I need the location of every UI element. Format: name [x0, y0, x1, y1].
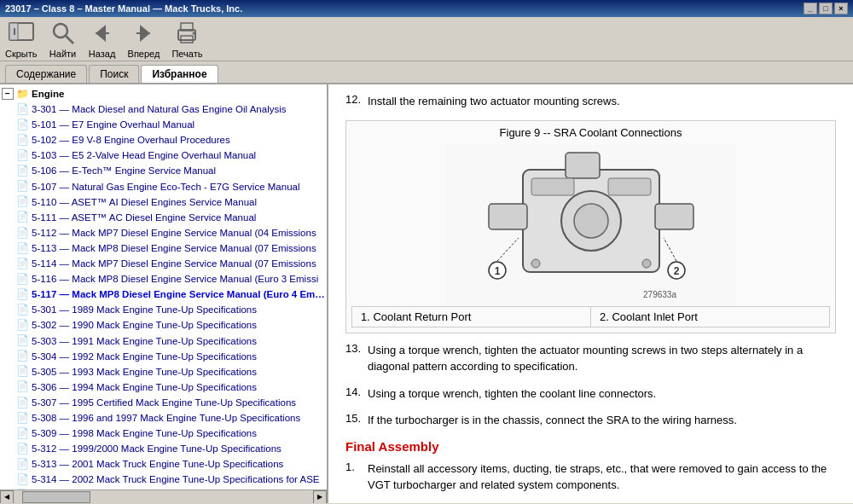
port-2-num: 2. [600, 310, 609, 323]
tree-item-5-107[interactable]: 📄 5-107 — Natural Gas Engine Eco-Tech - … [0, 179, 327, 194]
tab-search[interactable]: Поиск [89, 65, 139, 83]
doc-icon: 📄 [15, 457, 29, 471]
tree-item-5-304[interactable]: 📄 5-304 — 1992 Mack Engine Tune-Up Speci… [0, 349, 327, 364]
forward-label: Вперед [128, 49, 160, 59]
final-2-num: 2. [345, 501, 363, 504]
step-14: 14. Using a torque wrench, tighten the c… [345, 385, 836, 403]
hide-button[interactable]: Скрыть [5, 20, 38, 59]
scroll-right-arrow[interactable]: ▶ [313, 490, 327, 504]
doc-icon: 📄 [15, 411, 29, 425]
tree-item-5-303[interactable]: 📄 5-303 — 1991 Mack Engine Tune-Up Speci… [0, 333, 327, 349]
port-table-row-1: 1. Coolant Return Port 2. Coolant Inlet … [352, 306, 830, 327]
step-15: 15. If the turbocharger is in the chassi… [345, 412, 836, 429]
doc-icon: 📄 [15, 195, 29, 209]
tree-label-5-102: 5-102 — E9 V-8 Engine Overhaul Procedure… [32, 133, 230, 147]
final-item-2: 2. Replace all fluids drained from the e… [345, 501, 836, 504]
tree-label-5-301: 5-301 — 1989 Mack Engine Tune-Up Specifi… [32, 303, 257, 316]
back-icon [89, 20, 116, 47]
expand-engine[interactable]: − [2, 88, 14, 100]
tree-label-5-314: 5-314 — 2002 Mack Truck Engine Tune-Up S… [32, 472, 320, 486]
tree-label-5-111: 5-111 — ASET™ AC Diesel Engine Service M… [32, 211, 256, 224]
back-label: Назад [89, 49, 116, 59]
doc-icon: 📄 [15, 257, 29, 270]
tree-label-5-103: 5-103 — E5 2-Valve Head Engine Overhaul … [32, 148, 256, 162]
port-2-label: Coolant Inlet Port [612, 310, 697, 323]
svg-point-12 [193, 32, 195, 34]
doc-icon: 📄 [15, 287, 29, 301]
tree-item-5-302[interactable]: 📄 5-302 — 1990 Mack Engine Tune-Up Speci… [0, 317, 327, 333]
svg-rect-25 [608, 178, 651, 195]
find-icon [49, 20, 77, 47]
figure-box: Figure 9 -- SRA Coolant Connections 1 2 [345, 120, 836, 333]
tree-item-5-114[interactable]: 📄 5-114 — Mack MP7 Diesel Engine Service… [0, 256, 327, 271]
doc-icon: 📄 [15, 472, 29, 486]
maximize-button[interactable]: □ [819, 3, 833, 14]
tree-item-5-112[interactable]: 📄 5-112 — Mack MP7 Diesel Engine Service… [0, 225, 327, 240]
close-button[interactable]: × [834, 3, 848, 14]
tree-label-5-302: 5-302 — 1990 Mack Engine Tune-Up Specifi… [32, 318, 257, 332]
tree-item-5-101[interactable]: 📄 5-101 — E7 Engine Overhaul Manual [0, 117, 327, 132]
doc-icon: 📄 [15, 180, 29, 194]
tree-item-5-313[interactable]: 📄 5-313 — 2001 Mack Truck Engine Tune-Up… [0, 456, 327, 472]
doc-icon: 📄 [15, 118, 29, 131]
toolbar: Скрыть Найти Назад Вперед [0, 17, 853, 61]
tree-item-5-111[interactable]: 📄 5-111 — ASET™ AC Diesel Engine Service… [0, 210, 327, 225]
doc-icon: 📄 [15, 318, 29, 332]
final-assembly-heading: Final Assembly [345, 439, 836, 454]
tree-item-5-309[interactable]: 📄 5-309 — 1998 Mack Engine Tune-Up Speci… [0, 426, 327, 441]
scroll-left-arrow[interactable]: ◀ [0, 490, 14, 504]
tree-item-5-306[interactable]: 📄 5-306 — 1994 Mack Engine Tune-Up Speci… [0, 379, 327, 395]
tree-item-5-102[interactable]: 📄 5-102 — E9 V-8 Engine Overhaul Procedu… [0, 132, 327, 148]
print-button[interactable]: Печать [171, 20, 202, 59]
tree-item-engine[interactable]: − 📁 Engine [0, 86, 327, 101]
tree-label-5-112: 5-112 — Mack MP7 Diesel Engine Service M… [32, 226, 316, 240]
doc-icon: 📄 [15, 102, 29, 116]
final-2-text: Replace all fluids drained from the engi… [368, 501, 712, 504]
tree-item-5-314[interactable]: 📄 5-314 — 2002 Mack Truck Engine Tune-Up… [0, 472, 327, 487]
port-2-cell: 2. Coolant Inlet Port [591, 306, 830, 327]
tree-item-5-116[interactable]: 📄 5-116 — Mack MP8 Diesel Engine Service… [0, 271, 327, 287]
tab-favorites[interactable]: Избранное [141, 65, 218, 83]
svg-point-26 [531, 259, 540, 268]
final-item-1: 1. Reinstall all accessory items, ductin… [345, 461, 836, 494]
tree-item-5-113[interactable]: 📄 5-113 — Mack MP8 Diesel Engine Service… [0, 240, 327, 256]
tree-label-5-313: 5-313 — 2001 Mack Truck Engine Tune-Up S… [32, 457, 283, 471]
tree-label-5-308: 5-308 — 1996 and 1997 Mack Engine Tune-U… [32, 411, 300, 425]
step-13-text: Using a torque wrench, tighten the actua… [368, 342, 836, 375]
tree-item-5-301[interactable]: 📄 5-301 — 1989 Mack Engine Tune-Up Speci… [0, 302, 327, 317]
port-table: 1. Coolant Return Port 2. Coolant Inlet … [351, 306, 830, 327]
tree-label-5-116: 5-116 — Mack MP8 Diesel Engine Service M… [32, 272, 318, 286]
tree-item-5-103[interactable]: 📄 5-103 — E5 2-Valve Head Engine Overhau… [0, 148, 327, 163]
left-panel-scrollbar-x[interactable]: ◀ ▶ [0, 490, 327, 503]
left-panel: − 📁 Engine 📄 3-301 — Mack Diesel and Nat… [0, 84, 328, 503]
tree-item-3-301[interactable]: 📄 3-301 — Mack Diesel and Natural Gas En… [0, 101, 327, 117]
tree-item-5-106[interactable]: 📄 5-106 — E-Tech™ Engine Service Manual [0, 163, 327, 178]
step-12-num: 12. [345, 93, 363, 110]
tree-item-5-307[interactable]: 📄 5-307 — 1995 Certified Mack Engine Tun… [0, 395, 327, 410]
tree-item-5-312[interactable]: 📄 5-312 — 1999/2000 Mack Engine Tune-Up … [0, 441, 327, 456]
tree-label-3-301: 3-301 — Mack Diesel and Natural Gas Engi… [32, 102, 287, 116]
tree-item-5-308[interactable]: 📄 5-308 — 1996 and 1997 Mack Engine Tune… [0, 410, 327, 426]
tree-item-5-305[interactable]: 📄 5-305 — 1993 Mack Engine Tune-Up Speci… [0, 364, 327, 379]
tree-item-5-110[interactable]: 📄 5-110 — ASET™ AI Diesel Engines Servic… [0, 194, 327, 210]
tree-item-5-117[interactable]: 📄 5-117 — Mack MP8 Diesel Engine Service… [0, 287, 327, 302]
right-panel[interactable]: 12. Install the remaining two actuator m… [328, 84, 853, 503]
svg-text:279633a: 279633a [643, 290, 676, 299]
step-12-text: Install the remaining two actuator mount… [368, 93, 620, 110]
find-button[interactable]: Найти [49, 20, 77, 59]
tree-label-5-106: 5-106 — E-Tech™ Engine Service Manual [32, 164, 216, 177]
hide-label: Скрыть [5, 49, 38, 59]
tree-label-5-304: 5-304 — 1992 Mack Engine Tune-Up Specifi… [32, 350, 257, 363]
tree-label-5-114: 5-114 — Mack MP7 Diesel Engine Service M… [32, 257, 316, 270]
doc-icon: 📄 [15, 133, 29, 147]
forward-button[interactable]: Вперед [128, 20, 160, 59]
tree-container[interactable]: − 📁 Engine 📄 3-301 — Mack Diesel and Nat… [0, 84, 327, 490]
minimize-button[interactable]: _ [804, 3, 817, 14]
title-bar-text: 23017 – Class 8 – Master Manual — Mack T… [5, 3, 804, 14]
final-1-num: 1. [345, 461, 363, 494]
step-14-num: 14. [345, 385, 363, 403]
final-1-text: Reinstall all accessory items, ducting, … [368, 461, 836, 494]
tab-contents[interactable]: Содержание [5, 65, 87, 83]
doc-icon: 📄 [15, 148, 29, 162]
back-button[interactable]: Назад [89, 20, 116, 59]
